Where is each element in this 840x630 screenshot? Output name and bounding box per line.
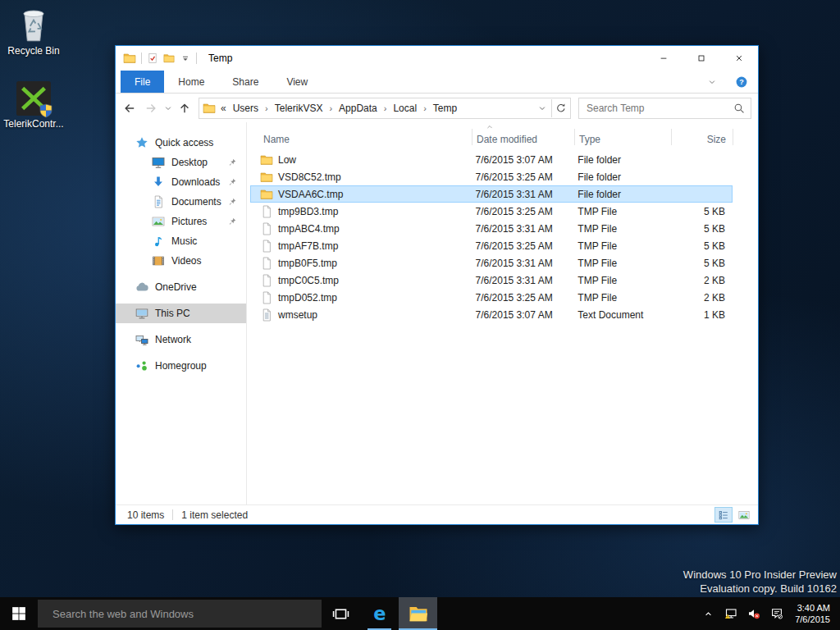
refresh-button[interactable] bbox=[552, 99, 570, 117]
navigation-bar: « Users› TelerikVSX› AppData› Lo bbox=[116, 94, 758, 122]
up-button[interactable] bbox=[174, 98, 195, 119]
file-name: VSD8C52.tmp bbox=[273, 171, 472, 183]
start-button[interactable] bbox=[0, 597, 38, 630]
recent-locations-button[interactable] bbox=[162, 98, 174, 119]
maximize-button[interactable] bbox=[682, 46, 720, 71]
file-name: tmpD052.tmp bbox=[273, 292, 472, 304]
chevron-down-icon bbox=[537, 103, 547, 113]
breadcrumb-segment[interactable]: AppData› bbox=[339, 103, 393, 114]
ribbon-tab[interactable]: View bbox=[272, 71, 322, 93]
file-row[interactable]: VSDAA6C.tmp 7/6/2015 3:31 AM File folder bbox=[250, 185, 733, 203]
tray-icon[interactable] bbox=[744, 597, 764, 630]
tray-icon[interactable] bbox=[767, 597, 787, 630]
file-row[interactable]: tmpAF7B.tmp 7/6/2015 3:25 AM TMP File 5 … bbox=[250, 237, 733, 254]
ribbon-right-controls bbox=[707, 71, 758, 93]
explorer-search-input[interactable] bbox=[585, 102, 733, 115]
file-size: 2 KB bbox=[671, 292, 732, 304]
sidebar-item[interactable]: Network bbox=[116, 330, 246, 349]
sidebar-item[interactable]: Downloads bbox=[116, 172, 246, 192]
breadcrumb-overflow[interactable]: « bbox=[221, 103, 226, 114]
file-row[interactable]: Low 7/6/2015 3:07 AM File folder bbox=[250, 151, 733, 168]
window-title: Temp bbox=[208, 52, 232, 64]
ribbon-tab[interactable]: File bbox=[121, 71, 164, 93]
taskbar-search-input[interactable] bbox=[51, 607, 322, 621]
desktop-icon[interactable]: Recycle Bin bbox=[2, 7, 66, 57]
file-row[interactable]: tmp9BD3.tmp 7/6/2015 3:25 AM TMP File 5 … bbox=[250, 203, 733, 220]
file-type-icon bbox=[260, 171, 273, 184]
sidebar-item-icon bbox=[135, 359, 148, 372]
column-header-type[interactable]: Type bbox=[575, 129, 672, 145]
file-date-modified: 7/6/2015 3:31 AM bbox=[472, 223, 575, 235]
file-row[interactable]: tmpD052.tmp 7/6/2015 3:25 AM TMP File 2 … bbox=[250, 289, 733, 306]
taskbar-app-button[interactable] bbox=[322, 597, 360, 630]
clock-time: 3:40 AM bbox=[795, 602, 830, 614]
sidebar-item[interactable]: OneDrive bbox=[116, 277, 246, 297]
address-dropdown-button[interactable] bbox=[533, 99, 551, 117]
sidebar-item[interactable]: Desktop bbox=[116, 153, 246, 172]
breadcrumb-segment[interactable]: Temp bbox=[433, 103, 470, 114]
file-row[interactable]: wmsetup 7/6/2015 3:07 AM Text Document 1… bbox=[250, 306, 733, 323]
sidebar-item[interactable]: This PC bbox=[116, 304, 246, 323]
sidebar-item[interactable]: Pictures bbox=[116, 212, 246, 231]
minimize-button[interactable] bbox=[645, 46, 682, 71]
sidebar-item[interactable]: Documents bbox=[116, 192, 246, 212]
file-type-icon bbox=[260, 222, 273, 235]
file-type-icon bbox=[260, 291, 273, 304]
taskbar-search[interactable] bbox=[38, 600, 322, 628]
taskbar: 3:40 AM 7/6/2015 bbox=[0, 597, 840, 630]
sidebar-item-icon bbox=[152, 235, 165, 248]
file-row[interactable]: tmpC0C5.tmp 7/6/2015 3:31 AM TMP File 2 … bbox=[250, 272, 733, 289]
sidebar-item[interactable]: Quick access bbox=[116, 133, 246, 153]
clock-date: 7/6/2015 bbox=[795, 614, 830, 625]
help-button[interactable] bbox=[735, 75, 748, 89]
tray-icon[interactable] bbox=[698, 597, 718, 630]
maximize-icon bbox=[696, 53, 706, 63]
ribbon-tab[interactable]: Share bbox=[218, 71, 272, 93]
close-button[interactable] bbox=[720, 46, 758, 71]
title-bar[interactable]: Temp bbox=[116, 46, 758, 71]
file-type: File folder bbox=[574, 189, 671, 200]
ribbon-tab-bar: File Home Share View bbox=[116, 71, 758, 94]
file-row[interactable]: tmpB0F5.tmp 7/6/2015 3:31 AM TMP File 5 … bbox=[250, 254, 733, 272]
qat-button[interactable] bbox=[180, 52, 191, 64]
sidebar-item-icon bbox=[152, 195, 165, 208]
explorer-search[interactable] bbox=[578, 98, 751, 119]
file-date-modified: 7/6/2015 3:25 AM bbox=[472, 171, 575, 183]
sidebar-item-icon bbox=[135, 136, 148, 149]
breadcrumb-segment[interactable]: Local› bbox=[393, 103, 432, 114]
view-toggle-button[interactable] bbox=[714, 507, 733, 523]
breadcrumb-segment[interactable]: Users› bbox=[233, 103, 275, 114]
qat-button[interactable] bbox=[163, 52, 175, 64]
taskbar-app-button[interactable] bbox=[360, 597, 399, 630]
desktop-icon-area: Recycle Bin TelerikContr... bbox=[2, 7, 66, 130]
view-toggle-button[interactable] bbox=[735, 507, 753, 523]
taskbar-app-button[interactable] bbox=[399, 597, 437, 630]
expand-ribbon-button[interactable] bbox=[707, 77, 717, 87]
file-name: tmpAF7B.tmp bbox=[273, 240, 472, 252]
ribbon-tab[interactable]: Home bbox=[164, 71, 218, 93]
quick-access-toolbar bbox=[147, 52, 191, 64]
sidebar-item[interactable]: Music bbox=[116, 231, 246, 251]
column-header-size[interactable]: Size bbox=[672, 129, 733, 145]
breadcrumb-segment[interactable]: TelerikVSX› bbox=[275, 103, 339, 114]
windows-logo-icon bbox=[11, 606, 26, 621]
sidebar-item-icon bbox=[135, 281, 148, 294]
refresh-icon bbox=[555, 103, 567, 114]
forward-button[interactable] bbox=[140, 98, 162, 119]
qat-button[interactable] bbox=[147, 52, 158, 64]
file-type-icon bbox=[260, 188, 273, 201]
back-button[interactable] bbox=[119, 98, 140, 119]
back-arrow-icon bbox=[123, 102, 136, 115]
desktop-icon[interactable]: TelerikContr... bbox=[2, 81, 66, 130]
sidebar-item[interactable]: Homegroup bbox=[116, 356, 246, 376]
windows-watermark: Windows 10 Pro Insider Preview Evaluatio… bbox=[683, 568, 837, 596]
file-row[interactable]: VSD8C52.tmp 7/6/2015 3:25 AM File folder bbox=[250, 168, 733, 185]
column-header-name[interactable]: Name bbox=[247, 129, 472, 145]
address-bar[interactable]: « Users› TelerikVSX› AppData› Lo bbox=[199, 98, 571, 119]
file-type-icon bbox=[260, 257, 273, 270]
file-row[interactable]: tmpABC4.tmp 7/6/2015 3:31 AM TMP File 5 … bbox=[250, 220, 733, 237]
sidebar-item[interactable]: Videos bbox=[116, 251, 246, 271]
navigation-pane: Quick access Desktop Downloads bbox=[116, 122, 247, 504]
taskbar-clock[interactable]: 3:40 AM 7/6/2015 bbox=[790, 602, 835, 625]
tray-icon[interactable] bbox=[721, 597, 741, 630]
